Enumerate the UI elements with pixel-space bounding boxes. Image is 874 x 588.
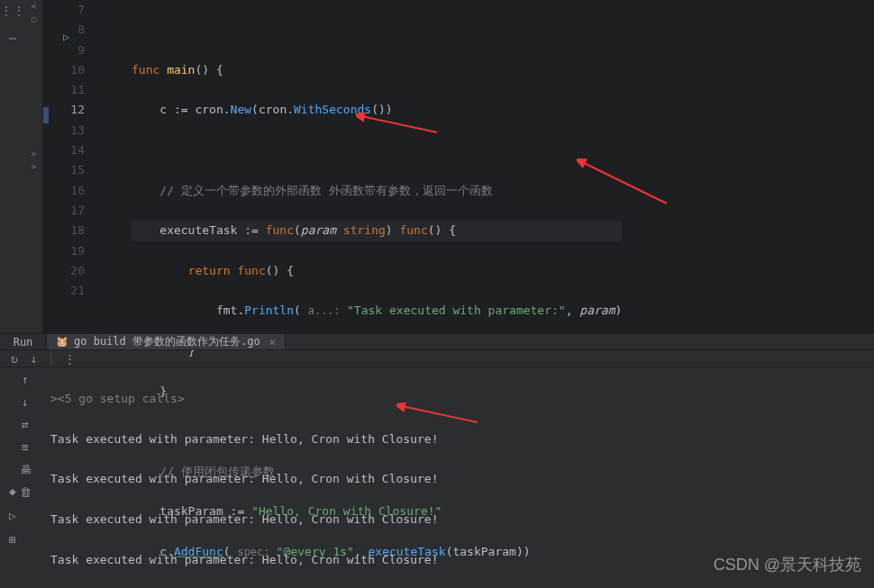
line-number[interactable]: 16 — [43, 181, 85, 201]
run-tool-window: Run 🐹 go build 带参数的函数作为任务.go × ↻ ↓ ⋮ ↑ ↓… — [0, 333, 874, 587]
run-tab-label: go build 带参数的函数作为任务.go — [74, 334, 260, 349]
line-number[interactable]: 8 — [43, 20, 85, 40]
chevron-right-icon[interactable]: > — [25, 162, 42, 171]
project-strip[interactable]: < ▢ > > — [25, 0, 43, 333]
line-number[interactable]: 20 — [43, 261, 85, 281]
line-number[interactable]: 21 — [43, 281, 85, 301]
left-tool-rail[interactable]: ⋮⋮ ⋯ — [0, 0, 25, 333]
line-number[interactable]: 9 — [43, 41, 85, 60]
line-number[interactable]: 13 — [43, 121, 85, 140]
stop-icon[interactable]: ↓ — [31, 352, 38, 366]
more-icon[interactable]: ⋯ — [9, 31, 16, 45]
filter-icon[interactable]: ≡ — [22, 440, 29, 454]
rerun-icon[interactable]: ↻ — [11, 352, 18, 366]
services-icon[interactable]: ◆ — [9, 484, 16, 498]
bottom-tool-rail[interactable]: ◆ ▷ ⊞ — [0, 484, 25, 547]
run-icon[interactable]: ▷ — [9, 509, 16, 522]
line-number[interactable]: 18 — [43, 221, 85, 240]
module-icon[interactable]: ▢ — [25, 14, 42, 23]
print-icon[interactable]: 🖶 — [20, 463, 32, 476]
line-number[interactable]: 11 — [43, 80, 85, 100]
tool-window-tabbar: Run 🐹 go build 带参数的函数作为任务.go × — [0, 333, 874, 350]
watermark: CSDN @景天科技苑 — [714, 554, 861, 575]
collapse-icon[interactable]: < — [25, 2, 42, 11]
structure-icon[interactable]: ⋮⋮ — [0, 4, 25, 18]
code-editor[interactable]: ▷ 7 8 9 10 11 12 13 14 15 16 17 18 19 20… — [43, 0, 874, 333]
scroll-down-icon[interactable]: ↓ — [22, 395, 29, 409]
line-number[interactable]: 12 — [43, 100, 85, 120]
run-toolbar: ↻ ↓ ⋮ — [0, 350, 874, 367]
terminal-icon[interactable]: ⊞ — [9, 533, 16, 547]
console-output[interactable]: ><5 go setup calls> Task executed with p… — [50, 367, 438, 588]
run-label[interactable]: Run — [0, 334, 47, 349]
soft-wrap-icon[interactable]: ⇄ — [22, 418, 29, 431]
console-line: Task executed with parameter: Hello, Cro… — [50, 550, 438, 570]
console-line: Task executed with parameter: Hello, Cro… — [50, 510, 438, 529]
line-number[interactable]: 7 — [43, 0, 85, 20]
line-number-gutter[interactable]: 7 8 9 10 11 12 13 14 15 16 17 18 19 20 2… — [43, 0, 101, 588]
line-number[interactable]: 19 — [43, 241, 85, 261]
chevron-right-icon[interactable]: > — [25, 149, 42, 158]
console-line: Task executed with parameter: Hello, Cro… — [50, 469, 438, 489]
line-number[interactable]: 14 — [43, 140, 85, 160]
line-number[interactable]: 10 — [43, 60, 85, 80]
scroll-up-icon[interactable]: ↑ — [22, 373, 29, 386]
console-line: Task executed with parameter: Hello, Cro… — [50, 430, 438, 449]
line-number[interactable]: 17 — [43, 201, 85, 221]
close-icon[interactable]: × — [269, 336, 276, 348]
line-number[interactable]: 15 — [43, 160, 85, 180]
